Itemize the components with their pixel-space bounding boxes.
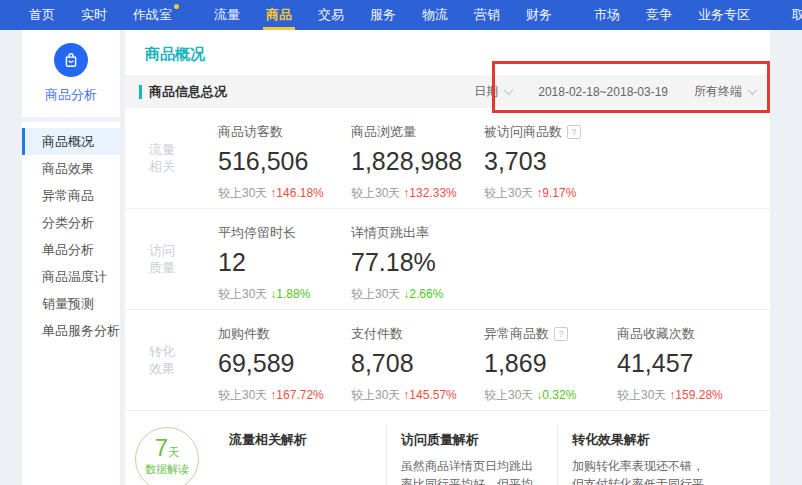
metric-compare: 较上30天↑146.18% <box>218 185 351 202</box>
metric-value: 41,457 <box>617 349 750 378</box>
nav-item-service[interactable]: 服务 <box>364 0 402 30</box>
section-header-bar: 商品信息总况 日期 2018-02-18~2018-03-19 所有终端 <box>125 75 770 108</box>
metric-compare: 较上30天↑9.17% <box>484 185 617 202</box>
metric-favorite-count: 商品收藏次数41,457较上30天↑159.28% <box>617 310 750 410</box>
sidebar-item-product-thermometer[interactable]: 商品温度计 <box>22 263 120 290</box>
nav-item-data-extract[interactable]: 取数 <box>786 0 802 30</box>
insights-section: 7天 数据解读 流量相关解析访问质量解析虽然商品详情页日均跳出率比同行平均好，但… <box>125 411 770 485</box>
arrow-up-delta: ↑159.28% <box>669 388 722 402</box>
top-nav: 首页实时作战室流量商品交易服务物流营销财务市场竞争业务专区取数学院 <box>0 0 802 30</box>
metric-compare: 较上30天↑167.72% <box>218 387 351 404</box>
chevron-down-icon <box>504 85 514 95</box>
sidebar-item-sales-forecast[interactable]: 销量预测 <box>22 290 120 317</box>
badge-number: 7 <box>155 434 168 461</box>
metric-label: 商品收藏次数 <box>617 325 750 342</box>
nav-item-business-zone[interactable]: 业务专区 <box>692 0 756 30</box>
nav-item-traffic[interactable]: 流量 <box>208 0 246 30</box>
nav-item-competition[interactable]: 竞争 <box>640 0 678 30</box>
metric-label: 加购件数 <box>218 325 351 342</box>
metric-value: 8,708 <box>351 349 484 378</box>
arrow-down-delta: ↓0.32% <box>536 388 576 402</box>
help-icon[interactable]: ? <box>567 125 581 139</box>
quality-insight: 访问质量解析虽然商品详情页日均跳出率比同行平均好，但平均停留时间低于同行平均，请… <box>386 425 557 485</box>
notification-dot-icon <box>174 4 179 9</box>
nav-item-market[interactable]: 市场 <box>588 0 626 30</box>
main-panel: 商品概况 商品信息总况 日期 2018-02-18~2018-03-19 所有终… <box>125 30 770 485</box>
metric-label: 详情页跳出率 <box>351 224 484 241</box>
sidebar-menu: 商品概况商品效果异常商品分类分析单品分析商品温度计销量预测单品服务分析 <box>22 128 120 344</box>
sidebar-header: 商品分析 <box>22 30 120 104</box>
insight-text-segment: 虽然商品详情页日均跳出率比同行平均好，但平均停留时间低于同行平均，请关注页面排版… <box>401 459 533 485</box>
insight-title: 流量相关解析 <box>229 431 372 449</box>
sidebar-item-item-service-analysis[interactable]: 单品服务分析 <box>22 317 120 344</box>
nav-item-product[interactable]: 商品 <box>260 0 298 30</box>
date-range-value[interactable]: 2018-02-18~2018-03-19 <box>538 85 668 99</box>
arrow-up-delta: ↑167.72% <box>270 388 323 402</box>
page-title: 商品概况 <box>125 30 770 75</box>
traffic-insight: 流量相关解析 <box>215 425 386 485</box>
arrow-down-delta: ↓1.88% <box>270 287 310 301</box>
sidebar: 商品分析 商品概况商品效果异常商品分类分析单品分析商品温度计销量预测单品服务分析 <box>22 30 120 485</box>
metric-compare: 较上30天↑159.28% <box>617 387 750 404</box>
metric-value: 1,869 <box>484 349 617 378</box>
section-title: 商品信息总况 <box>139 83 227 101</box>
arrow-up-delta: ↑145.57% <box>403 388 456 402</box>
metric-value: 1,828,988 <box>351 147 484 176</box>
insight-text-segment: 加购转化率表现还不错，但支付转化率低于同行平均，赶快到 <box>572 459 704 485</box>
help-icon[interactable]: ? <box>554 327 568 341</box>
metric-compare: 较上30天↑132.33% <box>351 185 484 202</box>
sidebar-divider <box>22 117 120 122</box>
insight-columns: 流量相关解析访问质量解析虽然商品详情页日均跳出率比同行平均好，但平均停留时间低于… <box>215 425 728 485</box>
sidebar-item-abnormal-products[interactable]: 异常商品 <box>22 182 120 209</box>
metric-row: 访问质量平均停留时长12较上30天↓1.88%详情页跳出率77.18%较上30天… <box>125 209 770 310</box>
sidebar-item-item-analysis[interactable]: 单品分析 <box>22 236 120 263</box>
nav-item-trade[interactable]: 交易 <box>312 0 350 30</box>
metric-label: 商品访客数 <box>218 123 351 140</box>
sidebar-item-product-overview[interactable]: 商品概况 <box>22 128 120 155</box>
metric-value: 516,506 <box>218 147 351 176</box>
badge-label: 数据解读 <box>136 462 198 477</box>
nav-item-home[interactable]: 首页 <box>23 0 61 30</box>
shopping-bag-icon <box>61 50 81 70</box>
metric-payment-count: 支付件数8,708较上30天↑145.57% <box>351 310 484 410</box>
metrics-grid: 流量相关商品访客数516,506较上30天↑146.18%商品浏览量1,828,… <box>125 108 770 411</box>
metric-value: 12 <box>218 248 351 277</box>
nav-item-finance[interactable]: 财务 <box>520 0 558 30</box>
metric-group-label: 流量相关 <box>149 108 218 208</box>
terminal-dropdown[interactable]: 所有终端 <box>694 83 756 100</box>
metric-compare: 较上30天↓1.88% <box>218 286 351 303</box>
metric-label: 被访问商品数? <box>484 123 617 140</box>
metric-product-pageviews: 商品浏览量1,828,988较上30天↑132.33% <box>351 108 484 208</box>
chevron-down-icon <box>748 85 758 95</box>
arrow-up-delta: ↑132.33% <box>403 186 456 200</box>
nav-item-war-room[interactable]: 作战室 <box>127 0 178 30</box>
metric-label: 商品浏览量 <box>351 123 484 140</box>
nav-item-marketing[interactable]: 营销 <box>468 0 506 30</box>
metric-label: 平均停留时长 <box>218 224 351 241</box>
metric-label: 支付件数 <box>351 325 484 342</box>
insight-text: 加购转化率表现还不错，但支付转化率低于同行平均，赶快到异常商品并结合使用商品温度… <box>572 457 714 485</box>
nav-item-realtime[interactable]: 实时 <box>75 0 113 30</box>
product-analysis-icon <box>54 43 88 77</box>
page-background: 商品分析 商品概况商品效果异常商品分类分析单品分析商品温度计销量预测单品服务分析… <box>0 30 802 485</box>
badge-unit: 天 <box>168 446 179 458</box>
date-type-dropdown[interactable]: 日期 <box>474 83 512 100</box>
sidebar-item-product-effect[interactable]: 商品效果 <box>22 155 120 182</box>
metric-product-visitors: 商品访客数516,506较上30天↑146.18% <box>218 108 351 208</box>
arrow-down-delta: ↓2.66% <box>403 287 443 301</box>
metric-value: 69,589 <box>218 349 351 378</box>
sidebar-title: 商品分析 <box>22 86 120 104</box>
insight-text: 虽然商品详情页日均跳出率比同行平均好，但平均停留时间低于同行平均，请关注页面排版… <box>401 457 543 485</box>
arrow-up-delta: ↑146.18% <box>270 186 323 200</box>
metric-cart-add-count: 加购件数69,589较上30天↑167.72% <box>218 310 351 410</box>
data-insight-badge: 7天 数据解读 <box>135 427 199 485</box>
nav-item-logistics[interactable]: 物流 <box>416 0 454 30</box>
insight-title: 转化效果解析 <box>572 431 714 449</box>
sidebar-item-category-analysis[interactable]: 分类分析 <box>22 209 120 236</box>
conversion-insight: 转化效果解析加购转化率表现还不错，但支付转化率低于同行平均，赶快到异常商品并结合… <box>557 425 728 485</box>
metric-visited-products: 被访问商品数?3,703较上30天↑9.17% <box>484 108 617 208</box>
metric-compare: 较上30天↓0.32% <box>484 387 617 404</box>
metric-row: 流量相关商品访客数516,506较上30天↑146.18%商品浏览量1,828,… <box>125 108 770 209</box>
metric-avg-stay-duration: 平均停留时长12较上30天↓1.88% <box>218 209 351 309</box>
metric-value: 77.18% <box>351 248 484 277</box>
